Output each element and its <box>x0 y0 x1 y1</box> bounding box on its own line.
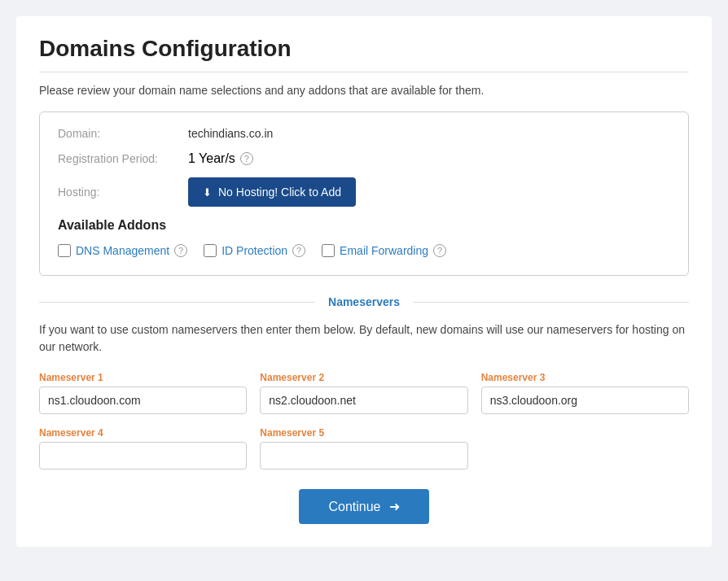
registration-value: 1 Year/s ? <box>188 151 253 166</box>
registration-period-text: 1 Year/s <box>188 151 235 166</box>
arrow-icon <box>389 499 400 514</box>
page-title: Domains Configuration <box>39 36 689 62</box>
ns2-label: Nameserver 2 <box>260 372 467 383</box>
divider-line-right <box>413 302 689 303</box>
ns3-field: Nameserver 3 <box>481 372 689 414</box>
hosting-button[interactable]: No Hosting! Click to Add <box>188 177 356 207</box>
ns5-field: Nameserver 5 <box>260 427 467 470</box>
ns2-field: Nameserver 2 <box>260 372 467 414</box>
domain-row: Domain: techindians.co.in <box>58 127 670 140</box>
dns-help-icon[interactable]: ? <box>174 244 187 257</box>
ns1-input[interactable] <box>39 387 247 414</box>
ns1-field: Nameserver 1 <box>39 372 247 414</box>
ns5-input[interactable] <box>260 442 467 470</box>
ns1-label: Nameserver 1 <box>39 372 247 383</box>
idprotection-checkbox[interactable] <box>204 244 217 257</box>
divider-line-left <box>39 302 315 303</box>
registration-help-icon[interactable]: ? <box>240 152 253 165</box>
registration-row: Registration Period: 1 Year/s ? <box>58 151 670 166</box>
domain-value: techindians.co.in <box>188 127 273 140</box>
addon-dns: DNS Management ? <box>58 244 187 257</box>
nameservers-top-grid: Nameserver 1 Nameserver 2 Nameserver 3 <box>39 372 689 414</box>
addons-row: DNS Management ? ID Protection ? Email F… <box>58 244 670 257</box>
hosting-btn-label: No Hosting! Click to Add <box>218 186 341 199</box>
addon-idprotection: ID Protection ? <box>204 244 305 257</box>
nameservers-section-title: Nameservers <box>315 295 413 308</box>
domain-card: Domain: techindians.co.in Registration P… <box>39 111 689 276</box>
ns3-input[interactable] <box>481 387 689 414</box>
hosting-label: Hosting: <box>58 186 188 199</box>
ns3-label: Nameserver 3 <box>481 372 689 383</box>
ns4-input[interactable] <box>39 442 247 470</box>
ns5-label: Nameserver 5 <box>260 427 467 439</box>
ns2-input[interactable] <box>260 387 467 414</box>
emailforwarding-label[interactable]: Email Forwarding <box>340 244 428 257</box>
domain-label: Domain: <box>58 127 188 140</box>
ns-description: If you want to use custom nameservers th… <box>39 321 689 356</box>
hosting-row: Hosting: No Hosting! Click to Add <box>58 177 670 207</box>
nameservers-divider: Nameservers <box>39 295 689 308</box>
download-icon <box>203 186 212 199</box>
nameservers-bottom-grid: Nameserver 4 Nameserver 5 <box>39 427 689 470</box>
subtitle: Please review your domain name selection… <box>39 84 689 97</box>
ns4-label: Nameserver 4 <box>39 427 247 439</box>
continue-label: Continue <box>328 500 380 514</box>
continue-button[interactable]: Continue <box>299 489 428 524</box>
registration-label: Registration Period: <box>58 152 188 165</box>
dns-label[interactable]: DNS Management <box>76 244 169 257</box>
ns4-field: Nameserver 4 <box>39 427 247 470</box>
addons-title: Available Addons <box>58 218 670 233</box>
emailforwarding-help-icon[interactable]: ? <box>433 244 446 257</box>
page-divider <box>39 72 689 72</box>
addon-emailforwarding: Email Forwarding ? <box>322 244 446 257</box>
addons-section: Available Addons DNS Management ? ID Pro… <box>58 218 670 257</box>
idprotection-help-icon[interactable]: ? <box>292 244 305 257</box>
dns-checkbox[interactable] <box>58 244 71 257</box>
idprotection-label[interactable]: ID Protection <box>221 244 287 257</box>
page-container: Domains Configuration Please review your… <box>16 16 712 547</box>
emailforwarding-checkbox[interactable] <box>322 244 335 257</box>
continue-wrap: Continue <box>39 489 689 524</box>
ns-empty-col <box>481 427 689 470</box>
